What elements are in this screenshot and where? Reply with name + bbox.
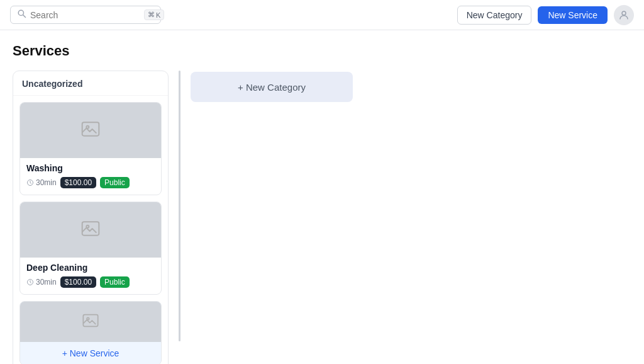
category-column-uncategorized: Uncategorized bbox=[13, 71, 169, 364]
new-service-image-placeholder bbox=[20, 302, 161, 342]
column-divider bbox=[179, 71, 180, 341]
svg-point-2 bbox=[622, 11, 626, 15]
service-meta-deep-cleaning: 30min $100.00 Public bbox=[26, 276, 155, 288]
service-image-washing bbox=[20, 103, 161, 158]
service-name-deep-cleaning: Deep Cleaning bbox=[26, 263, 155, 273]
image-placeholder-icon bbox=[80, 119, 101, 142]
navbar: ⌘ K New Category New Service bbox=[0, 0, 644, 30]
new-service-header-button[interactable]: New Service bbox=[538, 6, 608, 24]
avatar[interactable] bbox=[614, 5, 634, 25]
service-visibility-badge-washing: Public bbox=[100, 177, 130, 188]
image-placeholder-icon-2 bbox=[80, 219, 101, 241]
navbar-actions: New Category New Service bbox=[457, 5, 634, 25]
services-grid: Uncategorized bbox=[13, 71, 631, 364]
new-service-button[interactable]: + New Service bbox=[20, 342, 161, 364]
service-duration-deep-cleaning: 30min bbox=[26, 278, 57, 287]
column-scroll[interactable]: Washing 30min $100.00 bbox=[13, 96, 168, 364]
service-duration-washing: 30min bbox=[26, 178, 57, 187]
service-visibility-badge-deep-cleaning: Public bbox=[100, 276, 130, 288]
search-container[interactable]: ⌘ K bbox=[10, 6, 161, 24]
service-name-washing: Washing bbox=[26, 163, 155, 173]
service-info-deep-cleaning: Deep Cleaning 30min $100.00 bbox=[20, 258, 161, 294]
main-content: Services Uncategorized bbox=[0, 30, 644, 364]
service-meta-washing: 30min $100.00 Public bbox=[26, 177, 155, 188]
service-price-badge-washing: $100.00 bbox=[60, 177, 96, 188]
new-category-button-main[interactable]: + New Category bbox=[191, 72, 353, 102]
services-list: Washing 30min $100.00 bbox=[13, 96, 168, 295]
new-service-card[interactable]: + New Service bbox=[19, 301, 162, 364]
search-icon bbox=[17, 9, 26, 21]
service-card-washing[interactable]: Washing 30min $100.00 bbox=[19, 102, 162, 195]
image-placeholder-icon-3 bbox=[82, 312, 99, 332]
service-info-washing: Washing 30min $100.00 bbox=[20, 158, 161, 195]
keyboard-shortcut-badge: ⌘ K bbox=[144, 9, 164, 20]
service-card-deep-cleaning[interactable]: Deep Cleaning 30min $100.00 bbox=[19, 202, 162, 295]
service-price-badge-deep-cleaning: $100.00 bbox=[60, 276, 96, 288]
svg-line-1 bbox=[23, 15, 26, 18]
page-title: Services bbox=[13, 43, 631, 59]
service-image-deep-cleaning bbox=[20, 202, 161, 258]
search-input[interactable] bbox=[30, 10, 140, 20]
category-header: Uncategorized bbox=[13, 71, 168, 96]
new-category-button[interactable]: New Category bbox=[457, 6, 532, 25]
